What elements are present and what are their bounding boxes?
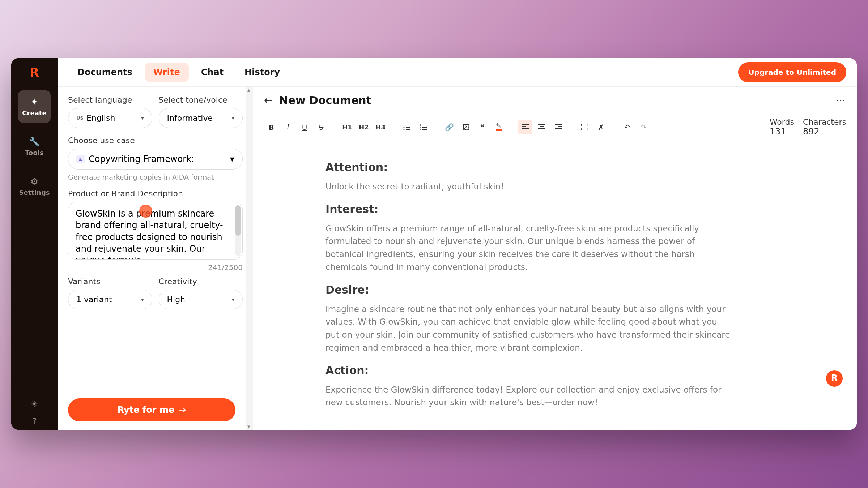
framework-icon: ⊞ [76,155,85,163]
tone-label: Select tone/voice [159,95,243,104]
brand-logo: R [27,65,42,80]
document-body[interactable]: Attention: Unlock the secret to radiant,… [253,140,857,430]
topbar: Documents Write Chat History Upgrade to … [58,58,857,87]
h3-button[interactable]: H3 [373,120,388,134]
arrow-right-icon: → [179,405,186,415]
stats: Words 131 Characters 892 [770,117,846,137]
panel-scrollbar[interactable] [246,87,253,430]
left-rail: R ✦ Create 🔧 Tools ⚙ Settings ☀ ? [11,58,58,430]
fab-button[interactable]: R [826,370,843,387]
document-title[interactable]: New Document [279,94,829,107]
chevron-down-icon: ▾ [232,115,234,121]
rail-label: Tools [25,149,44,157]
heading-attention: Attention: [326,159,828,176]
ryte-button[interactable]: Ryte for me → [68,398,235,421]
more-icon[interactable]: ⋮ [835,96,846,105]
image-button[interactable]: 🖼 [459,120,473,134]
redo-button[interactable]: ↷ [637,120,651,134]
chevron-down-icon: ▾ [141,297,144,303]
words-value: 131 [770,127,794,137]
rail-label: Settings [19,189,50,196]
expand-button[interactable]: ⛶ [577,120,592,134]
align-left-button[interactable] [518,120,532,134]
chevron-down-icon: ▾ [141,115,144,121]
description-label: Product or Brand Description [68,189,243,198]
editor-area: ← New Document ⋮ B I U S H1 H2 H3 [253,87,857,430]
highlight-button[interactable] [492,120,506,134]
variants-select[interactable]: 1 variant ▾ [68,290,152,309]
h1-button[interactable]: H1 [340,120,354,134]
link-button[interactable]: 🔗 [442,120,456,134]
sparkle-icon: ✦ [29,97,39,107]
rail-label: Create [22,109,46,117]
italic-button[interactable]: I [281,120,295,134]
strikethrough-button[interactable]: S [314,120,328,134]
char-counter: 241/2500 [68,263,243,272]
svg-point-1 [404,127,405,128]
heading-action: Action: [326,362,828,379]
tone-select[interactable]: Informative ▾ [159,108,243,128]
numbered-list-button[interactable]: 123 [416,120,430,134]
usecase-label: Choose use case [68,136,243,145]
flag-icon: US [76,115,84,121]
clear-format-button[interactable]: ✗ [594,120,608,134]
paragraph-attention: Unlock the secret to radiant, youthful s… [326,180,731,193]
rail-item-settings[interactable]: ⚙ Settings [18,170,51,202]
editor-toolbar: B I U S H1 H2 H3 123 🔗 [253,114,857,140]
tab-write[interactable]: Write [145,63,189,82]
sliders-icon: ⚙ [29,176,39,187]
chevron-down-icon: ▾ [230,154,234,164]
words-label: Words [770,117,794,127]
chevron-down-icon: ▾ [232,297,234,303]
quote-button[interactable]: ❝ [475,120,490,134]
description-textarea[interactable] [68,202,243,260]
input-panel: Select language USEnglish ▾ Select tone/… [58,87,253,430]
creativity-select[interactable]: High ▾ [159,290,243,309]
variants-label: Variants [68,277,152,286]
bullet-list-button[interactable] [399,120,414,134]
help-icon[interactable]: ? [29,413,41,430]
heading-interest: Interest: [326,201,828,218]
tab-chat[interactable]: Chat [192,63,232,82]
chars-value: 892 [803,127,846,137]
rail-item-create[interactable]: ✦ Create [18,90,51,123]
upgrade-button[interactable]: Upgrade to Unlimited [738,62,846,82]
creativity-label: Creativity [159,277,243,286]
rail-item-tools[interactable]: 🔧 Tools [18,130,51,163]
chars-label: Characters [803,117,846,127]
svg-point-2 [404,129,405,130]
app-window: R ✦ Create 🔧 Tools ⚙ Settings ☀ ? Docume… [11,58,857,430]
language-select[interactable]: USEnglish ▾ [68,108,152,128]
paragraph-action: Experience the GlowSkin difference today… [326,384,731,409]
main-area: Documents Write Chat History Upgrade to … [58,58,857,430]
align-center-button[interactable] [535,120,549,134]
underline-button[interactable]: U [297,120,312,134]
heading-desire: Desire: [326,282,828,299]
paragraph-desire: Imagine a skincare routine that not only… [326,303,731,355]
h2-button[interactable]: H2 [357,120,371,134]
wrench-icon: 🔧 [29,137,39,147]
tab-history[interactable]: History [236,63,289,82]
language-label: Select language [68,95,152,104]
usecase-help: Generate marketing copies in AIDA format [68,173,243,181]
align-right-button[interactable] [551,120,566,134]
textarea-scrollbar[interactable] [235,205,241,256]
theme-toggle-icon[interactable]: ☀ [27,395,42,413]
undo-button[interactable]: ↶ [620,120,634,134]
svg-text:3: 3 [420,128,421,130]
content-area: Select language USEnglish ▾ Select tone/… [58,87,857,430]
top-tabs: Documents Write Chat History [69,63,289,82]
tab-documents[interactable]: Documents [69,63,141,82]
paragraph-interest: GlowSkin offers a premium range of all-n… [326,222,731,274]
svg-point-0 [404,124,405,125]
usecase-select[interactable]: ⊞Copywriting Framework: ▾ [68,149,243,170]
back-arrow-icon[interactable]: ← [264,94,272,106]
bold-button[interactable]: B [264,120,278,134]
